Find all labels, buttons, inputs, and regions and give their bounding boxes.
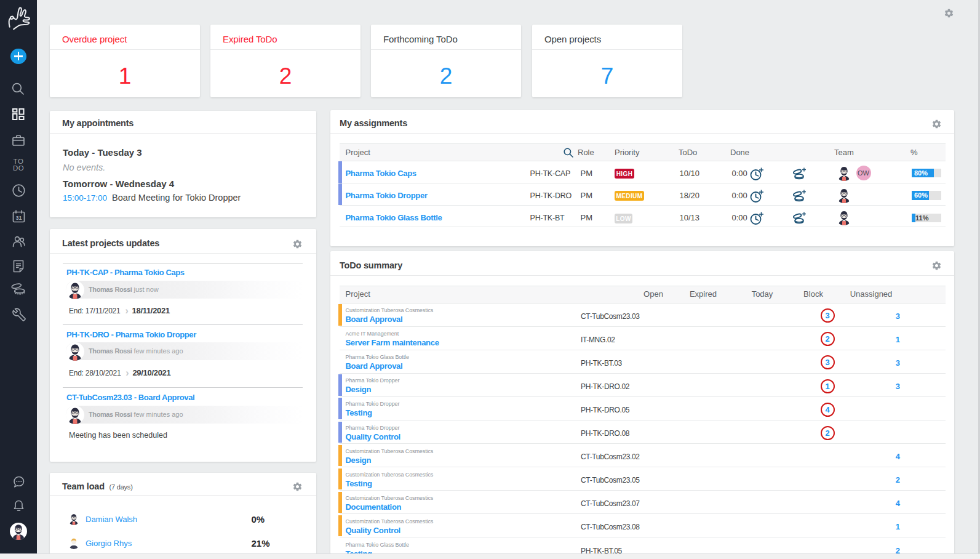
svg-text:31: 31 — [15, 215, 22, 221]
